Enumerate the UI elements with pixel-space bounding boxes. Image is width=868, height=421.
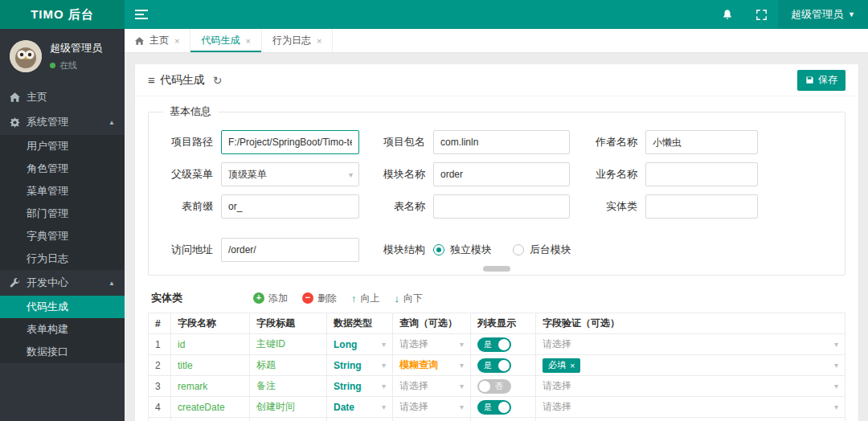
field-title-cell[interactable]: 备注 — [250, 376, 327, 397]
sidebar-item-action-log[interactable]: 行为日志 — [0, 247, 125, 270]
list-display-cell: 是 — [471, 334, 536, 355]
business-name-group: 业务名称 — [570, 162, 758, 186]
project-path-input[interactable] — [221, 130, 359, 154]
row-index: 5 — [149, 418, 171, 421]
field-name-cell[interactable]: createDate — [171, 397, 250, 418]
field-name-cell[interactable]: updateDate — [171, 418, 250, 421]
table-name-input[interactable] — [433, 194, 570, 219]
list-display-cell: 是 — [471, 355, 536, 376]
close-icon[interactable]: × — [570, 361, 575, 370]
entity-class-input[interactable] — [645, 194, 758, 219]
field-title-cell[interactable]: 更新时间 — [250, 418, 327, 421]
move-down-button[interactable]: ↓ 向下 — [395, 292, 424, 305]
tab-code-generation[interactable]: 代码生成 × — [190, 29, 261, 52]
sidebar-toggle-icon[interactable] — [125, 0, 158, 29]
sidebar-group-dev-center[interactable]: 开发中心 ▲ — [0, 270, 125, 296]
sidebar-item-menus[interactable]: 菜单管理 — [0, 180, 125, 202]
query-select[interactable]: 请选择▾ — [393, 334, 471, 355]
sidebar-item-label: 菜单管理 — [27, 184, 68, 198]
row-index: 2 — [149, 355, 171, 376]
list-display-toggle[interactable]: 是 — [477, 337, 511, 352]
business-name-input[interactable] — [645, 162, 758, 186]
fullscreen-button[interactable] — [744, 0, 778, 29]
horizontal-scrollbar[interactable] — [483, 266, 510, 272]
sidebar-item-dictionary[interactable]: 字典管理 — [0, 225, 125, 247]
sidebar-group-system[interactable]: 系统管理 ▲ — [0, 109, 125, 135]
field-label: 模块名称 — [359, 167, 433, 182]
refresh-icon[interactable]: ↻ — [213, 74, 223, 87]
sidebar-item-roles[interactable]: 角色管理 — [0, 157, 125, 180]
sidebar-item-label: 数据接口 — [27, 345, 68, 359]
tab-home[interactable]: 主页 × — [125, 29, 190, 52]
field-name-cell[interactable]: title — [171, 355, 250, 376]
package-name-input[interactable] — [433, 130, 570, 154]
author-name-group: 作者名称 — [570, 130, 758, 154]
sidebar-item-users[interactable]: 用户管理 — [0, 135, 125, 157]
list-display-toggle[interactable]: 是 — [477, 400, 511, 415]
table-row: 4 createDate 创建时间 Date▾ 请选择▾ 是 请选择▾ — [149, 397, 845, 418]
data-type-select[interactable]: Date▾ — [327, 418, 393, 421]
chevron-down-icon: ▾ — [834, 382, 838, 390]
query-select[interactable]: 请选择▾ — [393, 418, 471, 421]
parent-menu-group: 父级菜单 ▾ — [158, 162, 359, 186]
field-name-cell[interactable]: id — [171, 334, 250, 355]
radio-icon — [433, 244, 444, 255]
table-prefix-input[interactable] — [221, 194, 359, 219]
validation-select[interactable]: 请选择▾ — [536, 334, 845, 355]
delete-row-button[interactable]: − 删除 — [302, 292, 337, 305]
topbar: TIMO 后台 超级管理员 ▼ — [0, 0, 868, 29]
parent-menu-select[interactable]: ▾ — [221, 162, 359, 186]
panel-header: ≡ 代码生成 ↻ 保存 — [135, 64, 858, 96]
data-type-select[interactable]: Long▾ — [327, 334, 393, 355]
online-dot-icon — [50, 63, 55, 68]
chevron-down-icon: ▾ — [834, 403, 838, 411]
table-row: 5 updateDate 更新时间 Date▾ 请选择▾ 是 请选择▾ — [149, 418, 845, 421]
sidebar-item-code-generation[interactable]: 代码生成 — [0, 296, 125, 318]
tab-label: 代码生成 — [201, 34, 240, 47]
field-title-cell[interactable]: 创建时间 — [250, 397, 327, 418]
validation-select[interactable]: 必填×▾ — [536, 355, 845, 376]
data-type-select[interactable]: String▾ — [327, 376, 393, 397]
sidebar-item-departments[interactable]: 部门管理 — [0, 202, 125, 225]
author-name-input[interactable] — [645, 130, 758, 154]
list-display-toggle[interactable]: 否 — [477, 379, 511, 394]
sidebar-item-form-builder[interactable]: 表单构建 — [0, 318, 125, 341]
notifications-button[interactable] — [710, 0, 744, 29]
module-name-input[interactable] — [433, 162, 570, 186]
query-select[interactable]: 请选择▾ — [393, 397, 471, 418]
avatar[interactable] — [10, 40, 42, 72]
move-down-label: 向下 — [403, 292, 423, 305]
close-icon[interactable]: × — [317, 36, 321, 46]
field-name-cell[interactable]: remark — [171, 376, 250, 397]
parent-menu-value[interactable] — [221, 162, 359, 186]
data-type-select[interactable]: Date▾ — [327, 397, 393, 418]
field-title-cell[interactable]: 标题 — [250, 355, 327, 376]
data-type-select[interactable]: String▾ — [327, 355, 393, 376]
field-title-cell[interactable]: 主键ID — [250, 334, 327, 355]
table-header-row: # 字段名称 字段标题 数据类型 查询（可选） 列表显示 字段验证（可选） — [149, 313, 845, 334]
module-name-group: 模块名称 — [359, 162, 570, 186]
user-menu[interactable]: 超级管理员 ▼ — [778, 0, 868, 29]
list-display-toggle[interactable]: 是 — [477, 358, 511, 373]
home-icon — [10, 92, 27, 102]
validation-select[interactable]: 请选择▾ — [536, 397, 845, 418]
field-label: 父级菜单 — [158, 167, 221, 182]
field-label: 项目路径 — [158, 135, 221, 149]
query-select[interactable]: 模糊查询▾ — [393, 355, 471, 376]
fullscreen-icon — [756, 10, 767, 20]
radio-independent-module[interactable]: 独立模块 — [433, 243, 492, 257]
close-icon[interactable]: × — [245, 36, 250, 46]
move-up-button[interactable]: ↑ 向上 — [351, 292, 380, 305]
radio-backend-module[interactable]: 后台模块 — [513, 243, 571, 257]
validation-select[interactable]: 请选择▾ — [536, 376, 845, 397]
save-button[interactable]: 保存 — [797, 70, 845, 91]
close-icon[interactable]: × — [174, 36, 179, 46]
query-select[interactable]: 请选择▾ — [393, 376, 471, 397]
add-row-button[interactable]: + 添加 — [253, 292, 288, 305]
access-url-input[interactable] — [221, 238, 359, 262]
validation-select[interactable]: 请选择▾ — [536, 418, 845, 421]
sidebar-item-data-api[interactable]: 数据接口 — [0, 341, 125, 363]
toggle-knob — [498, 339, 510, 350]
tab-action-log[interactable]: 行为日志 × — [262, 29, 333, 52]
sidebar-item-home[interactable]: 主页 — [0, 85, 125, 109]
